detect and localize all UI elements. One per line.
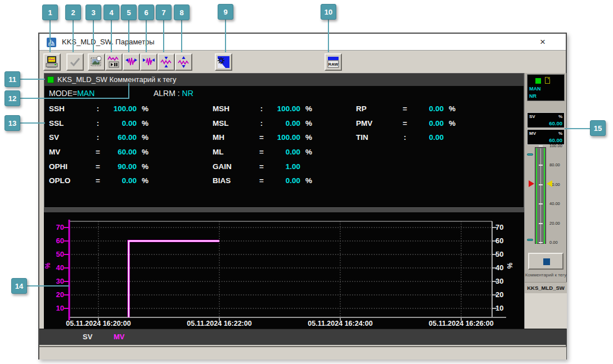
sv-value: 60.00 [549,120,562,126]
param-label: OPLO [49,176,94,185]
param-row: OPLO=0.00% [49,174,154,188]
confirm-button[interactable] [66,53,84,71]
sv-pointer-icon[interactable] [529,180,534,187]
callout-line-6 [146,20,147,52]
mv-value: 60.00 [549,137,562,143]
param-value: 100.00 [265,104,300,113]
param-label: OPHI [49,162,94,171]
alarm-value: NR [182,89,193,98]
value-scale-expand-button[interactable] [175,53,192,71]
trend-chart[interactable]: 10203040506070 10203040506070 05.11.2024… [44,212,524,329]
param-value: 0.00 [265,119,300,128]
raw-data-button[interactable]: RAW [324,53,342,71]
param-value: 0.00 [409,104,444,113]
y-tick-left: 50 [45,250,64,258]
param-label: SV [49,133,94,142]
faceplate: MAN NR SV % 60.00 MV % 60.00 100.0080.00… [524,73,566,329]
bar-scale-label: 0.00 [549,240,566,245]
param-separator: = [258,162,265,171]
faceplate-sv-box[interactable]: SV % 60.00 [527,112,565,128]
callout-badge-1: 1 [42,4,58,20]
faceplate-action-button[interactable] [528,253,564,270]
checkmark-icon [68,55,82,69]
param-unit: % [137,176,154,185]
callout-badge-12: 12 [4,90,20,106]
print-screen-button[interactable] [43,53,61,71]
mv-pointer-icon[interactable] [547,180,552,187]
y-tick-left: 20 [45,290,64,299]
param-row: MSH:100.00% [213,102,317,116]
x-tick-label: 05.11.2024 16:22:00 [172,320,267,327]
callout-badge-10: 10 [321,4,336,20]
param-separator: = [94,148,102,156]
value-scale-compress-button[interactable] [157,53,175,71]
callout-line-12 [20,98,129,99]
x-tick-label: 05.11.2024 16:24:00 [292,320,388,327]
printer-monitor-icon [45,55,59,69]
callout-badge-11: 11 [4,71,20,87]
param-separator: : [94,133,102,142]
param-separator: : [401,133,409,142]
param-unit: % [300,104,317,113]
bar-graph [535,147,546,244]
param-value: 60.00 [102,133,137,142]
y-tick-left: 70 [45,223,64,231]
param-unit: % [300,133,317,142]
callout-line-11 [20,79,45,80]
param-separator: = [94,162,102,171]
parameters-window: KKS_MLD_SW. Параметры × [38,33,567,360]
callout-line-12b [128,83,129,99]
faceplate-mv-box[interactable]: MV % 60.00 [527,129,565,145]
param-separator: = [258,148,265,156]
param-separator: : [94,104,102,113]
mode-label: MODE= [49,89,77,98]
app-logo-icon [47,38,56,47]
x-tick-label: 05.11.2024 16:20:00 [51,320,146,327]
bar-tick [539,145,543,147]
param-value: 0.00 [265,176,300,185]
param-value: 90.00 [102,162,137,171]
param-label: ML [213,148,258,156]
param-value: 0.00 [409,119,444,128]
brightness-contrast-icon [217,55,231,69]
bar-tick [539,165,543,166]
param-row: GAIN=1.00 [213,159,317,174]
close-button[interactable]: × [537,36,549,48]
param-label: MSH [213,104,258,113]
y-tick-right: 50 [495,250,515,258]
mv-unit: % [558,131,562,136]
callout-badge-15: 15 [590,120,606,136]
y-tick-right: 10 [495,304,515,312]
arrows-vertical-out-wave-icon [177,55,191,69]
param-value: 0.00 [102,119,137,128]
legend-sv[interactable]: SV [83,333,92,341]
callout-line-5 [128,20,129,52]
param-label: RP [356,104,401,113]
param-label: MSL [213,119,258,128]
mode-row: MODE=MAN [49,89,94,98]
callout-badge-9: 9 [218,4,233,20]
param-row: SSL:0.00% [49,116,154,131]
param-unit: % [444,104,461,113]
legend-mv[interactable]: MV [114,333,125,341]
param-separator: = [258,133,265,142]
time-scale-compress-button[interactable] [123,53,140,71]
faceplate-status-indicator [535,78,541,84]
trend-line-sv [129,241,219,317]
time-scale-expand-button[interactable] [140,53,157,71]
trend-run-pause-button[interactable] [105,53,123,71]
bar-scale-label: 100.00 [549,143,566,148]
param-separator: : [258,104,265,113]
color-settings-button[interactable] [215,53,232,71]
faceplate-state-box: MAN NR [527,74,565,101]
param-unit: % [300,176,317,185]
callout-badge-7: 7 [156,4,172,20]
callout-line-1 [49,20,51,52]
param-row: SV:60.00% [49,130,154,145]
trend-line-mv [129,241,219,317]
param-row: MSL:0.00% [213,116,317,131]
image-export-icon [89,55,103,69]
export-image-button[interactable] [88,53,105,71]
param-separator: = [401,119,409,128]
param-label: PMV [356,119,401,128]
